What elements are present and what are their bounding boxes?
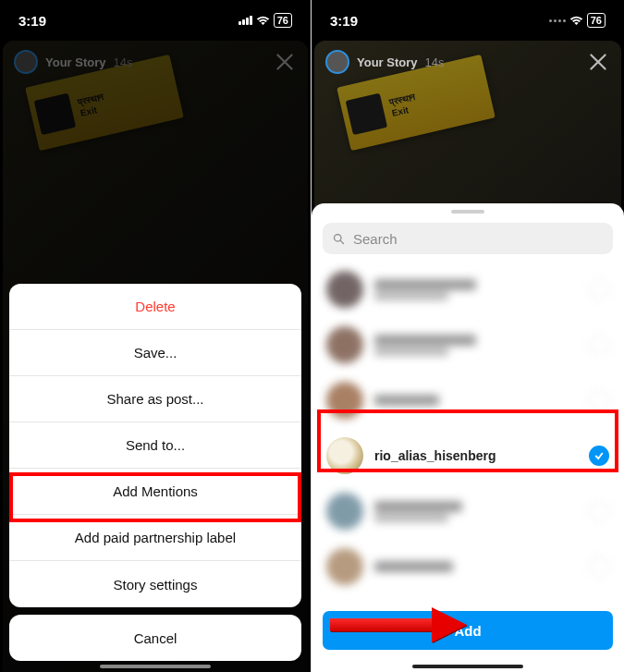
status-right: 76 (549, 13, 606, 28)
status-time: 3:19 (18, 13, 46, 29)
list-item[interactable] (312, 373, 624, 428)
search-icon (332, 232, 346, 246)
sheet-grabber[interactable] (451, 210, 484, 214)
user-list: rio_alias_hisenberg (312, 262, 624, 602)
search-placeholder: Search (353, 231, 398, 247)
close-icon[interactable] (586, 50, 610, 74)
screenshot-right: 3:19 76 प्रस्थानExit Your Story 14s (312, 0, 624, 672)
status-dots-icon (549, 19, 566, 22)
delete-button[interactable]: Delete (9, 284, 301, 330)
svg-point-0 (335, 234, 342, 241)
list-item[interactable] (312, 539, 624, 594)
wifi-icon (256, 16, 270, 26)
mentions-sheet: Search (312, 203, 624, 672)
search-input[interactable]: Search (323, 223, 613, 254)
list-item-selected[interactable]: rio_alias_hisenberg (312, 428, 624, 483)
cancel-button[interactable]: Cancel (9, 615, 301, 661)
save-button[interactable]: Save... (9, 330, 301, 376)
send-to-button[interactable]: Send to... (9, 422, 301, 469)
user-name: rio_alias_hisenberg (374, 448, 496, 463)
status-bar: 3:19 76 (312, 0, 624, 41)
list-item[interactable] (312, 317, 624, 373)
story-title: Your Story (357, 55, 418, 69)
checkmark-icon[interactable] (589, 446, 609, 466)
story-settings-button[interactable]: Story settings (9, 561, 301, 607)
battery-icon: 76 (587, 13, 606, 28)
select-ring[interactable] (589, 335, 609, 355)
avatar (326, 437, 363, 474)
status-bar: 3:19 76 (0, 0, 311, 41)
list-item[interactable] (312, 262, 624, 317)
add-paid-partnership-button[interactable]: Add paid partnership label (9, 515, 301, 561)
status-time: 3:19 (330, 13, 358, 29)
status-right: 76 (239, 13, 292, 28)
battery-icon: 76 (274, 13, 292, 28)
story-header: Your Story 14s (325, 50, 610, 74)
wifi-icon (569, 16, 583, 26)
home-indicator (100, 665, 211, 668)
home-indicator (412, 665, 523, 668)
action-sheet: Delete Save... Share as post... Send to.… (9, 284, 301, 661)
story-age: 14s (425, 55, 445, 69)
select-ring[interactable] (589, 556, 609, 577)
avatar[interactable] (325, 50, 349, 74)
select-ring[interactable] (589, 501, 609, 521)
screenshot-left: 3:19 76 प्रस्थानExit Your Story 14s (0, 0, 312, 672)
share-as-post-button[interactable]: Share as post... (9, 376, 301, 422)
add-mentions-button[interactable]: Add Mentions (9, 469, 301, 515)
add-button[interactable]: Add (323, 611, 613, 650)
select-ring[interactable] (589, 390, 609, 410)
list-item[interactable] (312, 483, 624, 539)
select-ring[interactable] (589, 279, 609, 299)
cellular-signal-icon (239, 16, 252, 25)
